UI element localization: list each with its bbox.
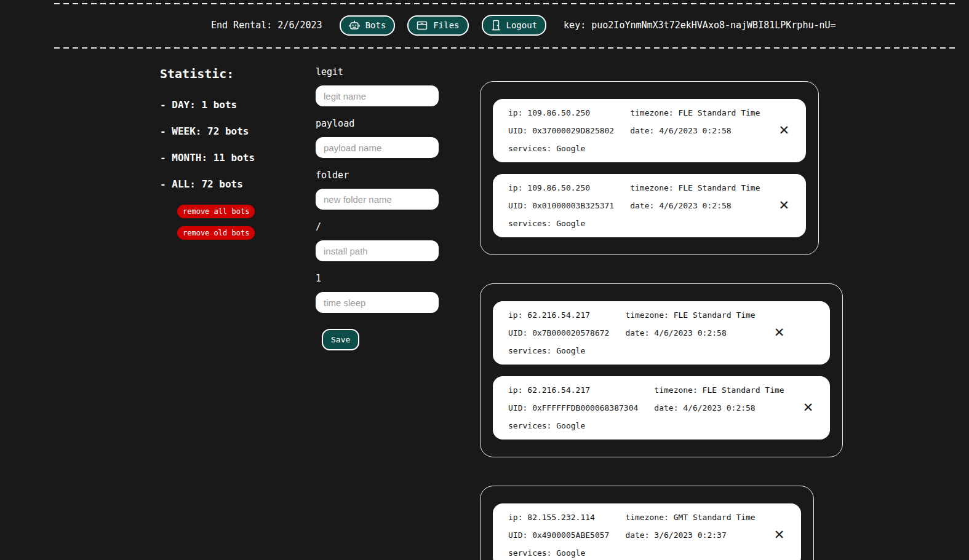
bot-ip: ip: 62.216.54.217 <box>508 381 638 399</box>
folder-field-label: folder <box>316 170 439 181</box>
bot-ip: ip: 62.216.54.217 <box>508 306 609 324</box>
api-key-text: key: puo2IoYnmNmX3t72ekHVAxo8-najWBI81LP… <box>564 20 836 31</box>
bot-card-left-column: ip: 82.155.232.114UID: 0x4900005ABE5057s… <box>508 508 609 560</box>
bot-date: date: 4/6/2023 0:2:58 <box>630 122 760 140</box>
robot-icon <box>349 20 360 31</box>
bot-card-left-column: ip: 62.216.54.217UID: 0xFFFFFFDB00006838… <box>508 381 638 435</box>
install-path-input[interactable] <box>316 240 439 261</box>
bot-timezone: timezone: FLE Standard Time <box>630 104 760 122</box>
bot-ip: ip: 82.155.232.114 <box>508 508 609 526</box>
save-button[interactable]: Save <box>322 329 359 350</box>
bot-date: date: 4/6/2023 0:2:58 <box>630 197 760 215</box>
bot-date: date: 4/6/2023 0:2:58 <box>654 399 784 417</box>
legit-name-input[interactable] <box>316 85 439 106</box>
bot-card-right-column: timezone: FLE Standard Timedate: 4/6/202… <box>630 104 760 157</box>
bot-timezone: timezone: FLE Standard Time <box>625 306 755 324</box>
bot-uid: UID: 0x01000003B325371 <box>508 197 614 215</box>
bot-group: ip: 62.216.54.217UID: 0x7B000020578672se… <box>480 283 843 457</box>
statistics-panel: Statistic: - DAY: 1 bots - WEEK: 72 bots… <box>160 61 316 248</box>
remove-bot-button[interactable]: ✕ <box>778 199 791 212</box>
bot-card: ip: 62.216.54.217UID: 0x7B000020578672se… <box>493 301 830 365</box>
remove-bot-button[interactable]: ✕ <box>802 401 815 414</box>
settings-form: legit payload folder / 1 Save <box>316 61 439 350</box>
bot-card: ip: 62.216.54.217UID: 0xFFFFFFDB00006838… <box>493 376 830 440</box>
files-button-label: Files <box>433 20 459 30</box>
statistics-title: Statistic: <box>160 66 316 81</box>
payload-field-label: payload <box>316 118 439 129</box>
bot-uid: UID: 0x37000029D825802 <box>508 122 614 140</box>
bot-card-left-column: ip: 109.86.50.250UID: 0x37000029D825802s… <box>508 104 614 157</box>
logout-button[interactable]: Logout <box>482 15 547 36</box>
time-sleep-field-label: 1 <box>316 273 439 284</box>
end-rental-text: End Rental: 2/6/2023 <box>211 20 322 31</box>
stat-day: - DAY: 1 bots <box>160 99 316 111</box>
payload-name-input[interactable] <box>316 137 439 158</box>
file-box-icon <box>417 20 428 31</box>
remove-buttons-group: remove all bots remove old bots <box>177 205 316 240</box>
time-sleep-input[interactable] <box>316 292 439 313</box>
bot-card-right-column: timezone: FLE Standard Timedate: 4/6/202… <box>654 381 784 435</box>
bot-uid: UID: 0xFFFFFFDB000068387304 <box>508 399 638 417</box>
main-content: Statistic: - DAY: 1 bots - WEEK: 72 bots… <box>160 61 969 560</box>
install-path-field-label: / <box>316 221 439 232</box>
new-folder-name-input[interactable] <box>316 189 439 210</box>
bot-card: ip: 82.155.232.114UID: 0x4900005ABE5057s… <box>493 503 801 560</box>
header: End Rental: 2/6/2023 Bots Files <box>54 3 955 47</box>
remove-bot-button[interactable]: ✕ <box>773 529 786 542</box>
remove-bot-button[interactable]: ✕ <box>778 124 791 137</box>
bot-card-left-column: ip: 62.216.54.217UID: 0x7B000020578672se… <box>508 306 609 360</box>
bot-uid: UID: 0x7B000020578672 <box>508 324 609 342</box>
bot-timezone: timezone: FLE Standard Time <box>630 179 760 197</box>
remove-all-bots-button[interactable]: remove all bots <box>177 205 255 218</box>
bot-list: ip: 109.86.50.250UID: 0x37000029D825802s… <box>480 81 843 560</box>
bot-card-right-column: timezone: FLE Standard Timedate: 4/6/202… <box>625 306 755 360</box>
bot-services: services: Google <box>508 140 614 157</box>
bot-ip: ip: 109.86.50.250 <box>508 179 614 197</box>
bot-group: ip: 82.155.232.114UID: 0x4900005ABE5057s… <box>480 486 814 560</box>
files-button[interactable]: Files <box>407 15 468 36</box>
bot-group: ip: 109.86.50.250UID: 0x37000029D825802s… <box>480 81 819 255</box>
bot-card-right-column: timezone: GMT Standard Timedate: 3/6/202… <box>625 508 755 560</box>
logout-button-label: Logout <box>506 20 538 30</box>
bot-services: services: Google <box>508 544 609 560</box>
door-icon <box>491 20 501 31</box>
remove-old-bots-button[interactable]: remove old bots <box>177 226 255 240</box>
bot-services: services: Google <box>508 215 614 232</box>
bot-card-right-column: timezone: FLE Standard Timedate: 4/6/202… <box>630 179 760 232</box>
remove-bot-button[interactable]: ✕ <box>773 326 786 339</box>
bot-card-left-column: ip: 109.86.50.250UID: 0x01000003B325371s… <box>508 179 614 232</box>
bot-card: ip: 109.86.50.250UID: 0x37000029D825802s… <box>493 99 806 162</box>
bot-card: ip: 109.86.50.250UID: 0x01000003B325371s… <box>493 174 806 237</box>
bot-timezone: timezone: FLE Standard Time <box>654 381 784 399</box>
bot-services: services: Google <box>508 417 638 435</box>
bot-uid: UID: 0x4900005ABE5057 <box>508 526 609 544</box>
stat-month: - MONTH: 11 bots <box>160 152 316 164</box>
stat-all: - ALL: 72 bots <box>160 178 316 190</box>
bots-button[interactable]: Bots <box>340 15 396 36</box>
bots-button-label: Bots <box>365 20 386 30</box>
bot-date: date: 4/6/2023 0:2:58 <box>625 324 755 342</box>
bot-services: services: Google <box>508 342 609 360</box>
bot-date: date: 3/6/2023 0:2:37 <box>625 526 755 544</box>
header-bottom-dashed-divider <box>54 47 955 49</box>
legit-field-label: legit <box>316 66 439 77</box>
stat-week: - WEEK: 72 bots <box>160 125 316 137</box>
bot-ip: ip: 109.86.50.250 <box>508 104 614 122</box>
bot-timezone: timezone: GMT Standard Time <box>625 508 755 526</box>
